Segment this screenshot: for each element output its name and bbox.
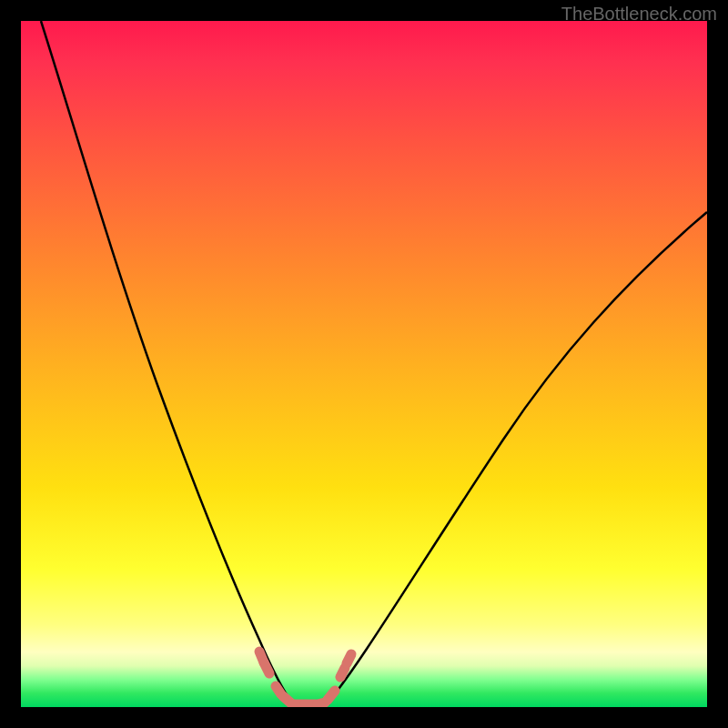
- bottom-dash-markers: [259, 652, 351, 704]
- svg-line-8: [340, 668, 345, 677]
- right-curve: [326, 212, 707, 705]
- plot-area: [21, 21, 707, 707]
- left-curve: [41, 21, 296, 705]
- svg-line-9: [347, 654, 351, 663]
- svg-line-1: [264, 662, 269, 673]
- svg-line-7: [328, 691, 335, 700]
- watermark-text: TheBottleneck.com: [561, 4, 717, 25]
- chart-svg: [21, 21, 707, 707]
